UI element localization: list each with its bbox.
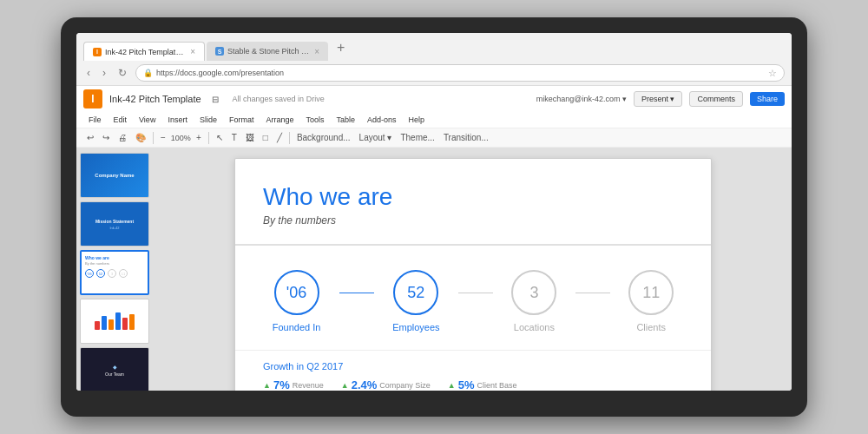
menu-edit[interactable]: Edit [108,114,133,126]
slide-title: Who we are [263,183,683,211]
menu-view[interactable]: View [134,114,161,126]
menu-format[interactable]: Format [224,114,260,126]
tab-label-active: Ink-42 Pitch Template - Doc... [105,48,187,56]
toolbar-undo[interactable]: ↩ [83,131,97,144]
slide-subtitle: By the numbers [263,214,683,227]
stat-item-locations: 3 Locations [511,270,556,332]
metric-item-clientbase: ▲ 5% Client Base [448,378,517,391]
browser-tab-active[interactable]: I Ink-42 Pitch Template - Doc... × [83,42,205,61]
tab-favicon-active: I [93,48,102,56]
toolbar-paint[interactable]: 🎨 [132,131,149,144]
stat-circle-employees: 52 [393,270,438,315]
gdocs-chrome: I Ink-42 Pitch Template ⊟ All changes sa… [76,86,792,148]
slide-thumb-2[interactable]: Mission Statement Ink-42 [80,201,149,247]
stat-circle-founded: '06 [274,270,319,315]
browser-tab-inactive[interactable]: S Stable & Stone Pitch Deck -... × [207,42,328,61]
new-tab-button[interactable]: + [330,36,352,59]
toolbar-redo[interactable]: ↪ [99,131,113,144]
stat-item-employees: 52 Employees [392,270,439,332]
gdocs-user[interactable]: mikechang@ink-42.com ▾ [536,95,627,103]
refresh-button[interactable]: ↻ [115,65,130,81]
toolbar-separator-2 [208,132,209,144]
slide-canvas: Who we are By the numbers '06 Founded In [234,158,712,391]
gdocs-title: Ink-42 Pitch Template [109,94,201,104]
toolbar-shape[interactable]: □ [260,131,272,144]
metric-item-revenue: ▲ 7% Revenue [263,378,324,391]
slide-thumb-5[interactable]: ◆ Our Team [80,347,149,391]
toolbar-separator-1 [153,132,154,144]
menu-arrange[interactable]: Arrange [260,114,299,126]
toolbar-separator-3 [289,132,290,144]
forward-button[interactable]: › [99,65,109,81]
menu-table[interactable]: Table [331,114,360,126]
toolbar-cursor[interactable]: ↖ [213,131,227,144]
revenue-value: 7% [273,378,290,391]
share-button[interactable]: Share [750,92,785,106]
stat-item-clients: 11 Clients [628,270,674,332]
companysize-label: Company Size [379,381,431,390]
stat-label-clients: Clients [636,322,666,332]
canvas-area: Who we are By the numbers '06 Founded In [155,148,792,391]
browser-tabs: I Ink-42 Pitch Template - Doc... × S Sta… [76,33,792,61]
gdocs-drive-icon: ⊟ [212,95,219,104]
gdocs-menubar: File Edit View Insert Slide Format Arran… [76,112,792,128]
tab-close-inactive[interactable]: × [314,47,319,56]
menu-tools[interactable]: Tools [300,114,329,126]
menu-slide[interactable]: Slide [194,114,222,126]
bookmark-icon[interactable]: ☆ [768,68,777,79]
toolbar-text[interactable]: T [228,131,240,144]
slide-thumb-4[interactable] [80,299,149,344]
stat-connector-2 [458,293,493,293]
clientbase-label: Client Base [477,381,517,390]
slides-panel: Company Name Mission Statement Ink-42 Wh… [76,148,155,391]
toolbar-print[interactable]: 🖨 [115,131,130,144]
toolbar-theme[interactable]: Theme... [397,131,437,144]
back-button[interactable]: ‹ [83,65,94,81]
toolbar-layout[interactable]: Layout ▾ [356,131,396,144]
slide-growth-section: Growth in Q2 2017 ▲ 7% Revenue ▲ 2.4% Co… [235,351,711,391]
slide-thumb-3[interactable]: Who we are By the numbers '06 52 3 11 [80,250,149,295]
slide-thumb-1[interactable]: Company Name [80,153,149,198]
clientbase-arrow: ▲ [448,381,456,390]
browser-chrome: I Ink-42 Pitch Template - Doc... × S Sta… [76,33,792,86]
stat-circle-clients: 11 [628,270,674,315]
gdocs-main: Company Name Mission Statement Ink-42 Wh… [76,148,792,391]
slide-header-section: Who we are By the numbers [235,159,711,246]
gdocs-logo: I [83,89,102,108]
toolbar-image[interactable]: 🖼 [242,131,258,144]
toolbar-background[interactable]: Background... [293,131,354,144]
gdocs-topbar: I Ink-42 Pitch Template ⊟ All changes sa… [76,86,792,112]
growth-metrics: ▲ 7% Revenue ▲ 2.4% Company Size ▲ [263,378,683,391]
stat-label-locations: Locations [514,322,555,332]
menu-help[interactable]: Help [404,114,431,126]
slide-stats-section: '06 Founded In 52 Employees 3 [235,246,711,351]
address-bar[interactable]: 🔒 https://docs.google.com/presentation ☆ [135,64,785,82]
toolbar-zoom-level: 100% [171,134,191,142]
toolbar-transition[interactable]: Transition... [440,131,492,144]
tab-label-inactive: Stable & Stone Pitch Deck -... [227,47,311,56]
metric-item-companysize: ▲ 2.4% Company Size [341,378,431,391]
stat-circle-locations: 3 [511,270,556,315]
growth-title: Growth in Q2 2017 [263,361,683,372]
browser-addressbar: ‹ › ↻ 🔒 https://docs.google.com/presenta… [76,61,792,86]
present-button[interactable]: Present ▾ [634,91,683,107]
stat-label-founded: Founded In [273,322,321,332]
revenue-label: Revenue [293,381,324,390]
toolbar-zoom-in[interactable]: + [193,131,205,144]
address-text: https://docs.google.com/presentation [156,69,284,77]
menu-insert[interactable]: Insert [162,114,193,126]
comments-button[interactable]: Comments [689,91,743,107]
tab-close-active[interactable]: × [190,47,195,56]
menu-addons[interactable]: Add-ons [362,114,402,126]
menu-file[interactable]: File [83,114,107,126]
companysize-value: 2.4% [352,378,378,391]
toolbar-zoom-out[interactable]: − [157,131,169,144]
clientbase-value: 5% [458,378,475,391]
stat-label-employees: Employees [392,322,439,332]
toolbar-line[interactable]: ╱ [273,131,286,144]
gdocs-toolbar: ↩ ↪ 🖨 🎨 − 100% + ↖ T 🖼 □ ╱ Background...… [76,128,792,148]
stat-item-founded: '06 Founded In [273,270,321,332]
revenue-arrow: ▲ [263,381,271,390]
stat-connector-1 [339,293,374,293]
companysize-arrow: ▲ [341,381,349,390]
